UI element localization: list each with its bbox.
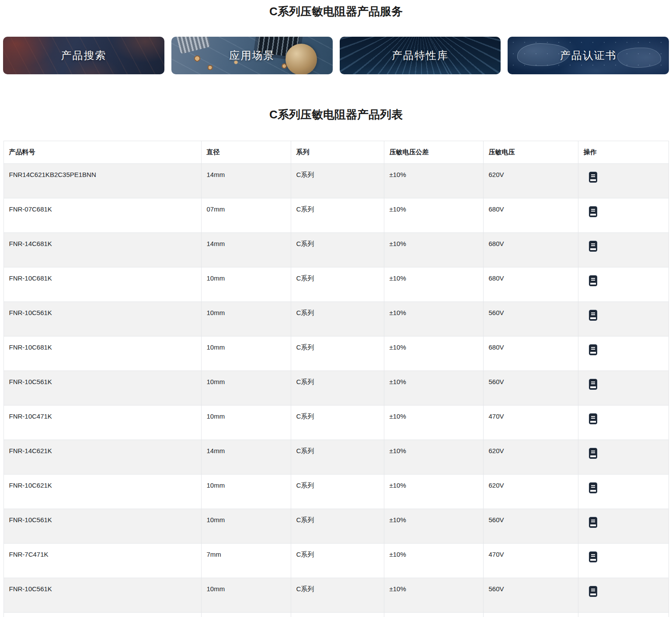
cell-diameter: 14mm <box>201 440 291 475</box>
nav-button-product-search[interactable]: 产品搜索 <box>3 37 164 74</box>
cell-series: C系列 <box>291 164 384 198</box>
cell-series: C系列 <box>291 336 384 371</box>
cell-diameter: 7mm <box>201 544 291 578</box>
view-document-button[interactable] <box>589 172 597 183</box>
cell-diameter: 10mm <box>201 302 291 336</box>
cell-part-number: FNR-10C561K <box>3 302 201 336</box>
cell-diameter: 10mm <box>201 371 291 406</box>
cell-voltage-tolerance: ±10% <box>384 440 483 475</box>
cell-varistor-voltage: 620V <box>483 440 578 475</box>
table-row: FNR-10C681K 10mm C系列 ±10% 680V <box>3 336 669 371</box>
view-document-button[interactable] <box>589 275 597 286</box>
cell-varistor-voltage: 470V <box>483 544 578 578</box>
cell-varistor-voltage: 620V <box>483 475 578 509</box>
cell-diameter: 14mm <box>201 164 291 198</box>
cell-voltage-tolerance: ±10% <box>384 233 483 267</box>
cell-varistor-voltage: 560V <box>483 302 578 336</box>
cell-series: C系列 <box>291 198 384 233</box>
cell-series: C系列 <box>291 371 384 406</box>
cell-diameter: 10mm <box>201 578 291 613</box>
table-header-row: 产品料号 直径 系列 压敏电压公差 压敏电压 操作 <box>3 141 669 164</box>
cell-series: C系列 <box>291 233 384 267</box>
table-row: FNR-10C561K 10mm C系列 ±10% 560V <box>3 578 669 613</box>
view-document-button[interactable] <box>589 551 597 562</box>
cell-series: C系列 <box>291 544 384 578</box>
nav-button-application-scenarios[interactable]: 应用场景 <box>171 37 333 74</box>
cell-series: C系列 <box>291 578 384 613</box>
nav-button-label: 产品搜索 <box>61 49 106 62</box>
book-icon <box>589 379 597 390</box>
cell-varistor-voltage: 560V <box>483 613 578 617</box>
pcb-capacitor-decor <box>286 44 317 74</box>
cell-part-number: FNR-10C471K <box>3 406 201 440</box>
cell-actions <box>578 406 669 440</box>
cell-varistor-voltage: 560V <box>483 509 578 544</box>
table-row: FNR-7C471K 7mm C系列 ±10% 470V <box>3 544 669 578</box>
view-document-button[interactable] <box>589 344 597 355</box>
nav-button-label: 产品特性库 <box>392 49 449 62</box>
cell-diameter: 10mm <box>201 267 291 302</box>
product-table: 产品料号 直径 系列 压敏电压公差 压敏电压 操作 FNR14C621KB2C3… <box>3 141 669 617</box>
nav-button-product-certificates[interactable]: 产品认证书 <box>508 37 669 74</box>
column-header-part-number: 产品料号 <box>3 141 201 164</box>
nav-banner-row: 产品搜索 应用场景 产品特性库 产品认证书 <box>0 37 672 74</box>
cell-diameter: 10mm <box>201 613 291 617</box>
cell-varistor-voltage: 620V <box>483 164 578 198</box>
table-row: FNR-10C681K 10mm C系列 ±10% 680V <box>3 267 669 302</box>
book-icon <box>589 310 597 321</box>
cell-part-number: FNR-10C621K <box>3 475 201 509</box>
cell-part-number: FNR-14C681K <box>3 233 201 267</box>
book-icon <box>589 172 597 183</box>
view-document-button[interactable] <box>589 586 597 597</box>
view-document-button[interactable] <box>589 379 597 390</box>
cell-part-number: FNR-10C681K <box>3 336 201 371</box>
view-document-button[interactable] <box>589 310 597 321</box>
cell-voltage-tolerance: ±10% <box>384 509 483 544</box>
column-header-varistor-voltage: 压敏电压 <box>483 141 578 164</box>
view-document-button[interactable] <box>589 482 597 493</box>
view-document-button[interactable] <box>589 206 597 217</box>
cell-diameter: 14mm <box>201 233 291 267</box>
cell-varistor-voltage: 680V <box>483 233 578 267</box>
cell-varistor-voltage: 560V <box>483 578 578 613</box>
cell-part-number: FNR-10C561K <box>3 578 201 613</box>
cell-part-number: FNR-10C561K <box>3 371 201 406</box>
view-document-button[interactable] <box>589 241 597 252</box>
cell-varistor-voltage: 470V <box>483 406 578 440</box>
cell-diameter: 10mm <box>201 406 291 440</box>
cell-varistor-voltage: 680V <box>483 198 578 233</box>
book-icon <box>589 517 597 528</box>
view-document-button[interactable] <box>589 413 597 424</box>
view-document-button[interactable] <box>589 448 597 459</box>
nav-button-product-characteristics-library[interactable]: 产品特性库 <box>340 37 501 74</box>
book-icon <box>589 206 597 217</box>
cell-diameter: 10mm <box>201 336 291 371</box>
table-row: FNR-10C561K 10mm C系列 ±10% 560V <box>3 509 669 544</box>
cell-voltage-tolerance: ±10% <box>384 198 483 233</box>
cell-voltage-tolerance: ±10% <box>384 267 483 302</box>
cell-part-number: FNR-10C681K <box>3 267 201 302</box>
table-row: FNR-10C561K 10mm C系列 ±10% 560V <box>3 302 669 336</box>
view-document-button[interactable] <box>589 517 597 528</box>
cell-varistor-voltage: 680V <box>483 267 578 302</box>
cell-voltage-tolerance: ±10% <box>384 371 483 406</box>
column-header-series: 系列 <box>291 141 384 164</box>
book-icon <box>589 275 597 286</box>
cell-diameter: 10mm <box>201 475 291 509</box>
cell-actions <box>578 613 669 617</box>
cell-voltage-tolerance: ±10% <box>384 578 483 613</box>
cell-actions <box>578 475 669 509</box>
cell-actions <box>578 267 669 302</box>
cell-actions <box>578 336 669 371</box>
table-row: FNR-14C681K 14mm C系列 ±10% 680V <box>3 233 669 267</box>
cell-voltage-tolerance: ±10% <box>384 406 483 440</box>
nav-button-label: 应用场景 <box>229 49 275 62</box>
cell-varistor-voltage: 680V <box>483 336 578 371</box>
cell-series: C系列 <box>291 509 384 544</box>
cell-actions <box>578 578 669 613</box>
cell-series: C系列 <box>291 440 384 475</box>
cell-diameter: 07mm <box>201 198 291 233</box>
cell-actions <box>578 302 669 336</box>
pcb-coil-decor <box>176 37 210 54</box>
product-table-header: 产品料号 直径 系列 压敏电压公差 压敏电压 操作 <box>3 141 669 164</box>
